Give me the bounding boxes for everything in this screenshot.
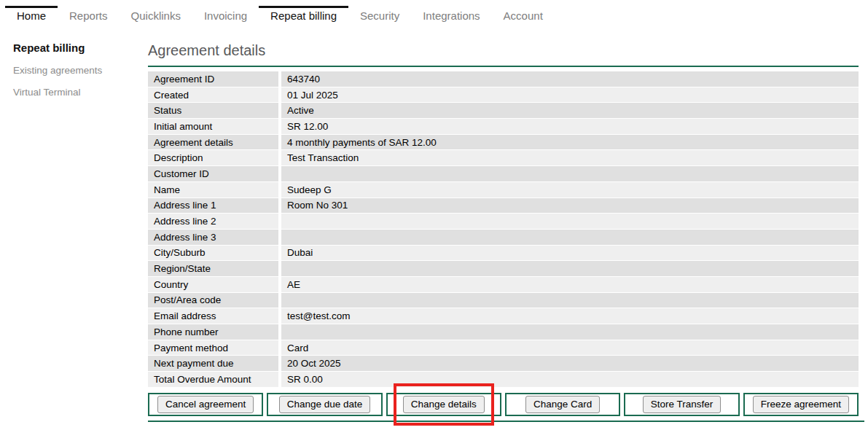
row-label: Address line 1 <box>148 198 278 214</box>
row-label: Next payment due <box>148 356 278 371</box>
row-label: Post/Area code <box>148 293 278 308</box>
table-row: Address line 2 <box>148 214 859 229</box>
row-label: Address line 2 <box>148 214 278 229</box>
action-bar: Cancel agreement Change due date Change … <box>148 393 859 416</box>
row-value: Card <box>281 340 859 356</box>
row-label: Customer ID <box>148 166 278 181</box>
action-cell: Cancel agreement <box>148 393 263 416</box>
row-label: Initial amount <box>148 119 278 134</box>
change-card-button[interactable]: Change Card <box>525 396 600 413</box>
tab-integrations[interactable]: Integrations <box>411 6 491 24</box>
freeze-agreement-button[interactable]: Freeze agreement <box>753 396 849 413</box>
row-value <box>281 214 859 229</box>
action-cell: Change details <box>386 393 501 416</box>
row-label: Phone number <box>148 324 278 340</box>
row-label: Region/State <box>148 261 278 276</box>
divider <box>148 421 864 422</box>
table-row: Phone number <box>148 324 859 340</box>
row-value <box>281 230 859 245</box>
row-value: 01 Jul 2025 <box>281 87 859 103</box>
row-value: test@test.com <box>281 308 859 324</box>
row-label: Agreement details <box>148 135 278 150</box>
table-row: Customer ID <box>148 166 859 181</box>
cancel-agreement-button[interactable]: Cancel agreement <box>157 396 254 413</box>
table-row: Email address test@test.com <box>148 308 859 324</box>
tab-account[interactable]: Account <box>492 6 555 24</box>
tab-home[interactable]: Home <box>5 6 58 24</box>
row-label: Country <box>148 277 278 292</box>
top-tabbar: Home Reports Quicklinks Invoicing Repeat… <box>0 6 868 24</box>
table-row: Next payment due 20 Oct 2025 <box>148 356 859 371</box>
table-row: Description Test Transaction <box>148 150 859 165</box>
row-value: 643740 <box>281 71 859 87</box>
row-value: Sudeep G <box>281 182 859 198</box>
change-details-button[interactable]: Change details <box>403 396 485 413</box>
page-title: Agreement details <box>148 42 859 59</box>
table-row: Name Sudeep G <box>148 182 859 198</box>
row-value <box>281 293 859 308</box>
table-row: Total Overdue Amount SR 0.00 <box>148 372 859 387</box>
row-value: SR 12.00 <box>281 119 859 134</box>
change-due-date-button[interactable]: Change due date <box>279 396 371 413</box>
row-value: AE <box>281 277 859 292</box>
row-value: Dubai <box>281 246 859 261</box>
agreement-details-table: Agreement ID 643740 Created 01 Jul 2025 … <box>148 71 859 387</box>
main-content: Agreement details Agreement ID 643740 Cr… <box>148 24 859 422</box>
row-label: Created <box>148 87 278 103</box>
sidebar-title: Repeat billing <box>13 42 148 54</box>
table-row: Post/Area code <box>148 293 859 308</box>
table-row: Initial amount SR 12.00 <box>148 119 859 134</box>
row-label: Agreement ID <box>148 71 278 87</box>
action-cell: Store Transfer <box>624 393 739 416</box>
row-label: Address line 3 <box>148 230 278 245</box>
row-label: Description <box>148 150 278 165</box>
sidebar-item-existing-agreements[interactable]: Existing agreements <box>13 65 148 76</box>
row-value: Room No 301 <box>281 198 859 214</box>
action-cell: Change due date <box>267 393 382 416</box>
row-value: SR 0.00 <box>281 372 859 387</box>
sidebar-item-virtual-terminal[interactable]: Virtual Terminal <box>13 87 148 98</box>
row-label: Status <box>148 103 278 118</box>
sidebar: Repeat billing Existing agreements Virtu… <box>0 24 148 422</box>
tab-repeat-billing[interactable]: Repeat billing <box>259 6 348 24</box>
action-cell: Freeze agreement <box>743 393 859 416</box>
table-row: City/Suburb Dubai <box>148 246 859 261</box>
table-row: Agreement ID 643740 <box>148 71 859 87</box>
divider <box>148 66 859 67</box>
row-label: Payment method <box>148 340 278 356</box>
action-cell: Change Card <box>505 393 620 416</box>
row-value: Active <box>281 103 859 118</box>
row-value <box>281 166 859 181</box>
row-label: Email address <box>148 308 278 324</box>
row-value: 20 Oct 2025 <box>281 356 859 371</box>
table-row: Address line 3 <box>148 230 859 245</box>
tab-reports[interactable]: Reports <box>58 6 120 24</box>
table-row: Agreement details 4 monthly payments of … <box>148 135 859 150</box>
tab-invoicing[interactable]: Invoicing <box>192 6 259 24</box>
table-row: Created 01 Jul 2025 <box>148 87 859 103</box>
table-row: Country AE <box>148 277 859 292</box>
row-value <box>281 324 859 340</box>
row-value: 4 monthly payments of SAR 12.00 <box>281 135 859 150</box>
tab-quicklinks[interactable]: Quicklinks <box>120 6 192 24</box>
table-row: Address line 1 Room No 301 <box>148 198 859 214</box>
store-transfer-button[interactable]: Store Transfer <box>643 396 722 413</box>
row-label: Name <box>148 182 278 198</box>
table-row: Payment method Card <box>148 340 859 356</box>
table-row: Status Active <box>148 103 859 118</box>
row-value <box>281 261 859 276</box>
row-value: Test Transaction <box>281 150 859 165</box>
row-label: Total Overdue Amount <box>148 372 278 387</box>
row-label: City/Suburb <box>148 246 278 261</box>
tab-security[interactable]: Security <box>348 6 411 24</box>
table-row: Region/State <box>148 261 859 276</box>
